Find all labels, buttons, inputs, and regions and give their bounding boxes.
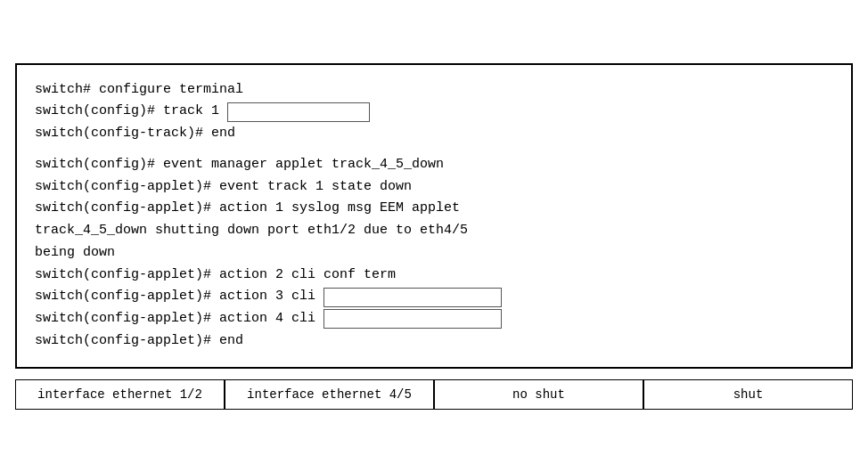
terminal-line-2: switch(config)# track 1 — [35, 101, 833, 123]
line12-text: switch(config-applet)# end — [35, 330, 243, 353]
terminal-box: switch# configure terminal switch(config… — [15, 63, 853, 369]
line3-text: switch(config-track)# end — [35, 123, 235, 145]
line6-text: switch(config-applet)# action 1 syslog m… — [35, 198, 460, 220]
terminal-line-9: switch(config-applet)# action 2 cli conf… — [35, 264, 833, 287]
line5-text: switch(config-applet)# event track 1 sta… — [35, 176, 412, 199]
line1-text: switch# configure terminal — [35, 79, 243, 102]
buttons-row: interface ethernet 1/2 interface etherne… — [15, 379, 853, 410]
line2-text: switch(config)# track 1 — [35, 101, 227, 123]
btn-interface-eth12[interactable]: interface ethernet 1/2 — [15, 379, 225, 410]
terminal-line-1: switch# configure terminal — [35, 79, 833, 102]
terminal-line-10: switch(config-applet)# action 3 cli — [35, 286, 833, 308]
terminal-line-3: switch(config-track)# end — [35, 123, 833, 145]
main-container: switch# configure terminal switch(config… — [15, 63, 853, 410]
btn-interface-eth45[interactable]: interface ethernet 4/5 — [225, 379, 434, 410]
line10-text: switch(config-applet)# action 3 cli — [35, 286, 323, 308]
line4-text: switch(config)# event manager applet tra… — [35, 154, 444, 176]
terminal-line-5: switch(config-applet)# event track 1 sta… — [35, 176, 833, 199]
terminal-line-4: switch(config)# event manager applet tra… — [35, 154, 833, 176]
terminal-line-12: switch(config-applet)# end — [35, 330, 833, 353]
btn-no-shut[interactable]: no shut — [434, 379, 643, 410]
action3-input[interactable] — [323, 288, 502, 307]
action4-input[interactable] — [323, 309, 502, 329]
line9-text: switch(config-applet)# action 2 cli conf… — [35, 264, 396, 287]
terminal-line-7: track_4_5_down shutting down port eth1/2… — [35, 220, 833, 242]
line8-text: being down — [35, 242, 115, 264]
line7-text: track_4_5_down shutting down port eth1/2… — [35, 220, 468, 242]
terminal-line-11: switch(config-applet)# action 4 cli — [35, 308, 833, 330]
btn-shut[interactable]: shut — [643, 379, 853, 410]
terminal-line-6: switch(config-applet)# action 1 syslog m… — [35, 198, 833, 220]
track1-input[interactable] — [227, 102, 370, 122]
line11-text: switch(config-applet)# action 4 cli — [35, 308, 323, 330]
terminal-line-8: being down — [35, 242, 833, 264]
